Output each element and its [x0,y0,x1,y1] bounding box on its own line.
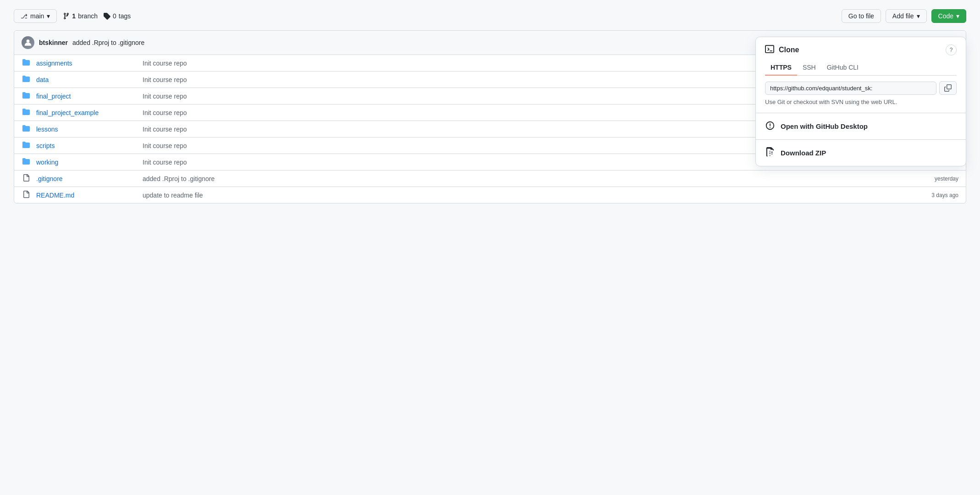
file-icon [22,174,31,183]
file-commit-message: added .Rproj to .gitignore [143,175,898,182]
file-name[interactable]: .gitignore [36,175,137,182]
tag-count-number: 0 [113,12,116,20]
clone-title: Clone [765,44,799,55]
clone-url-row [765,81,957,95]
open-with-github-desktop-button[interactable]: Open with GitHub Desktop [756,113,966,140]
copy-icon [944,84,952,92]
clone-hint: Use Git or checkout with SVN using the w… [765,99,957,105]
clone-dropdown: Clone ? HTTPS SSH GitHub CLI Use Git or … [755,37,966,166]
clone-url-input[interactable] [765,82,936,95]
commit-author: btskinner [39,39,68,46]
chevron-down-icon: ▾ [917,12,920,20]
clone-header: Clone ? [765,44,957,55]
code-button[interactable]: Code ▾ [931,9,966,23]
tag-count[interactable]: 0 tags [103,12,131,20]
file-name[interactable]: working [36,159,137,166]
tab-ssh[interactable]: SSH [797,60,821,76]
clone-tabs: HTTPS SSH GitHub CLI [765,60,957,76]
code-label: Code [938,12,953,20]
folder-icon [22,158,31,166]
folder-icon [22,92,31,100]
folder-icon [22,108,31,117]
file-name[interactable]: data [36,76,137,83]
file-name[interactable]: lessons [36,126,137,133]
toolbar: ⎇ main ▾ 1 branch 0 tags Go to file Add … [14,9,966,23]
download-zip-button[interactable]: Download ZIP [756,140,966,166]
commit-message: added .Rproj to .gitignore [72,39,144,46]
file-name[interactable]: scripts [36,142,137,149]
go-to-file-label: Go to file [848,12,874,20]
folder-icon [22,75,31,84]
branch-name: main [30,12,44,20]
branch-selector-button[interactable]: ⎇ main ▾ [14,9,57,23]
table-row: .gitignoreadded .Rproj to .gitignoreyest… [14,170,966,187]
clone-section: Clone ? HTTPS SSH GitHub CLI Use Git or … [756,37,966,113]
tab-https[interactable]: HTTPS [765,60,797,76]
folder-icon [22,141,31,150]
file-name[interactable]: final_project_example [36,109,137,116]
github-desktop-icon [765,121,775,132]
branch-count[interactable]: 1 branch [62,12,98,20]
chevron-down-icon: ▾ [956,12,959,20]
tab-github-cli[interactable]: GitHub CLI [821,60,864,76]
file-name[interactable]: assignments [36,60,137,67]
help-button[interactable]: ? [946,44,957,55]
chevron-down-icon: ▾ [47,12,50,20]
folder-icon [22,59,31,67]
avatar [22,36,34,49]
file-icon [22,191,31,199]
file-name[interactable]: README.md [36,192,137,199]
file-timestamp: 3 days ago [903,192,958,198]
file-timestamp: yesterday [903,176,958,182]
clone-copy-button[interactable] [939,81,957,95]
add-file-label: Add file [892,12,914,20]
add-file-button[interactable]: Add file ▾ [886,9,927,23]
branch-icon: ⎇ [21,13,28,20]
go-to-file-button[interactable]: Go to file [842,9,881,23]
zip-icon [765,147,775,159]
help-icon: ? [950,47,953,53]
table-row: README.mdupdate to readme file3 days ago [14,187,966,203]
file-name[interactable]: final_project [36,93,137,100]
branch-count-label: branch [78,12,98,20]
download-zip-label: Download ZIP [781,149,826,157]
file-commit-message: update to readme file [143,192,898,199]
branch-count-number: 1 [72,12,76,20]
clone-title-text: Clone [779,46,799,54]
terminal-icon [765,44,774,55]
folder-icon [22,125,31,133]
open-desktop-label: Open with GitHub Desktop [781,122,868,130]
tag-count-label: tags [119,12,131,20]
